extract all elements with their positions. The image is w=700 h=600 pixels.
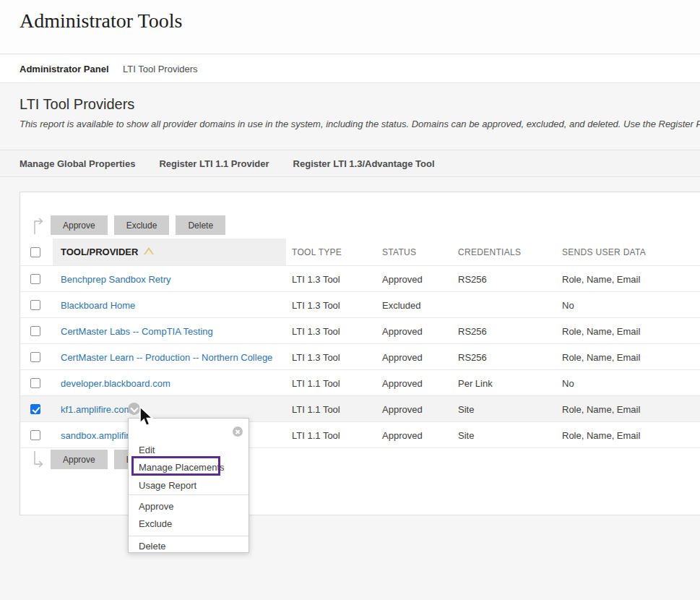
tool-type-cell: LTI 1.1 Tool: [292, 404, 340, 415]
tab-register-lti-11-provider[interactable]: Register LTI 1.1 Provider: [159, 158, 269, 169]
row-checkbox[interactable]: [30, 300, 40, 310]
section-heading: LTI Tool Providers: [20, 96, 134, 113]
menu-item-usage-report[interactable]: Usage Report: [139, 480, 196, 491]
sends-user-data-cell: No: [562, 300, 574, 311]
provider-link[interactable]: Benchprep Sandbox Retry: [61, 274, 170, 285]
bulk-actions-top: Approve Exclude Delete: [20, 215, 232, 235]
menu-item-delete[interactable]: Delete: [139, 541, 166, 552]
table-bottom-divider: [20, 447, 700, 448]
table-row: developer.blackboard.com LTI 1.1 Tool Ap…: [20, 369, 700, 395]
provider-link[interactable]: CertMaster Learn -- Production -- Northe…: [61, 352, 272, 363]
table-row: CertMaster Learn -- Production -- Northe…: [20, 343, 700, 369]
provider-link[interactable]: developer.blackboard.com: [61, 378, 170, 389]
breadcrumb-admin-panel[interactable]: Administrator Panel: [20, 64, 109, 74]
menu-divider: [129, 536, 249, 536]
menu-item-approve[interactable]: Approve: [139, 501, 173, 512]
menu-divider: [129, 494, 249, 495]
menu-item-manage-placements[interactable]: Manage Placements: [139, 462, 225, 473]
page-title: Administrator Tools: [20, 9, 182, 33]
status-cell: Approved: [382, 378, 423, 389]
column-header-tool-provider[interactable]: TOOL/PROVIDER: [61, 247, 154, 257]
row-checkbox[interactable]: [30, 378, 40, 388]
column-header-status[interactable]: STATUS: [382, 247, 416, 257]
context-menu: Edit Manage Placements Usage Report Appr…: [128, 418, 249, 553]
action-tab-bar: Manage Global Properties Register LTI 1.…: [0, 150, 700, 177]
delete-button-top[interactable]: Delete: [176, 215, 225, 235]
table-row: CertMaster Labs -- CompTIA Testing LTI 1…: [20, 317, 700, 343]
column-header-sends-user-data[interactable]: SENDS USER DATA: [562, 247, 646, 257]
status-cell: Approved: [382, 352, 423, 363]
menu-item-exclude[interactable]: Exclude: [139, 518, 172, 529]
apply-to-selected-arrow-icon: [32, 216, 46, 235]
sends-user-data-cell: Role, Name, Email: [562, 326, 640, 337]
row-checkbox[interactable]: [30, 352, 40, 362]
credentials-cell: Per Link: [458, 378, 493, 389]
sends-user-data-cell: Role, Name, Email: [562, 430, 640, 441]
credentials-cell: Site: [458, 404, 474, 415]
section-description: This report is available to show all pro…: [20, 119, 700, 129]
approve-button-top[interactable]: Approve: [51, 215, 108, 235]
status-cell: Approved: [382, 326, 423, 337]
breadcrumb-lti-tool-providers: LTI Tool Providers: [123, 64, 198, 74]
status-cell: Approved: [382, 430, 423, 441]
menu-item-edit[interactable]: Edit: [139, 445, 155, 455]
tab-register-lti-13-advantage-tool[interactable]: Register LTI 1.3/Advantage Tool: [293, 158, 435, 169]
select-all-checkbox[interactable]: [30, 247, 40, 257]
credentials-cell: RS256: [458, 326, 487, 337]
table-row: Benchprep Sandbox Retry LTI 1.3 Tool App…: [20, 265, 700, 291]
credentials-cell: RS256: [458, 274, 487, 285]
row-checkbox[interactable]: [30, 274, 40, 284]
context-menu-chevron-icon[interactable]: [128, 403, 140, 415]
tool-type-cell: LTI 1.3 Tool: [292, 274, 340, 285]
tool-type-cell: LTI 1.3 Tool: [292, 352, 340, 363]
sort-ascending-icon: [144, 247, 154, 254]
tool-type-cell: LTI 1.3 Tool: [292, 326, 340, 337]
provider-link[interactable]: Blackboard Home: [61, 300, 135, 311]
table-row: Blackboard Home LTI 1.3 Tool Excluded No: [20, 291, 700, 317]
tool-type-cell: LTI 1.1 Tool: [292, 378, 340, 389]
tab-manage-global-properties[interactable]: Manage Global Properties: [20, 158, 135, 169]
tool-type-cell: LTI 1.1 Tool: [292, 430, 340, 441]
breadcrumb: Administrator Panel LTI Tool Providers: [0, 55, 700, 83]
provider-link[interactable]: CertMaster Labs -- CompTIA Testing: [61, 326, 213, 337]
table-row: sandbox.amplifire.com LTI 1.1 Tool Appro…: [20, 421, 700, 447]
column-header-tool-provider-label: TOOL/PROVIDER: [61, 247, 138, 257]
table-header-row: TOOL/PROVIDER TOOL TYPE STATUS CREDENTIA…: [20, 239, 700, 265]
row-checkbox[interactable]: [30, 326, 40, 336]
status-cell: Approved: [382, 274, 423, 285]
row-checkbox[interactable]: [30, 430, 40, 440]
row-checkbox-checked[interactable]: [30, 404, 40, 414]
approve-button-bottom[interactable]: Approve: [51, 450, 108, 469]
lti-tool-providers-screen: Administrator Tools Administrator Panel …: [0, 0, 700, 600]
providers-table-card: Approve Exclude Delete TOOL/PROVIDER TOO…: [20, 192, 700, 515]
close-icon[interactable]: [233, 427, 243, 437]
table-row-selected: kf1.amplifire.com LTI 1.1 Tool Approved …: [20, 395, 700, 421]
credentials-cell: RS256: [458, 352, 487, 363]
provider-link[interactable]: kf1.amplifire.com: [61, 404, 131, 415]
column-header-credentials[interactable]: CREDENTIALS: [458, 247, 521, 257]
apply-to-selected-arrow-icon: [32, 450, 46, 469]
credentials-cell: Site: [458, 430, 474, 441]
status-cell: Approved: [382, 404, 423, 415]
exclude-button-top[interactable]: Exclude: [114, 215, 170, 235]
sends-user-data-cell: Role, Name, Email: [562, 352, 640, 363]
sends-user-data-cell: Role, Name, Email: [562, 274, 640, 285]
status-cell: Excluded: [382, 300, 420, 311]
tool-type-cell: LTI 1.3 Tool: [292, 300, 340, 311]
sends-user-data-cell: Role, Name, Email: [562, 404, 640, 415]
column-header-tool-type[interactable]: TOOL TYPE: [292, 247, 342, 257]
sends-user-data-cell: No: [562, 378, 574, 389]
top-title-bar: Administrator Tools: [0, 0, 700, 54]
